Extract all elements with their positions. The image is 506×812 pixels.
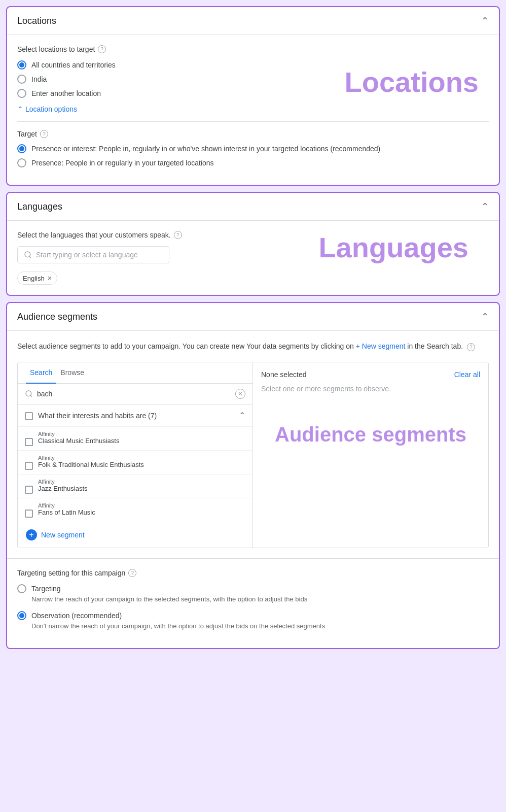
languages-card: Languages ⌃ Languages Select the languag… <box>6 192 500 296</box>
observe-text: Select one or more segments to observe. <box>261 385 480 393</box>
locations-header: Locations ⌃ <box>7 7 499 35</box>
location-option-another[interactable]: Enter another location <box>17 89 489 98</box>
svg-point-2 <box>26 391 31 396</box>
segment-item-folk: Affinity Folk & Traditional Music Enthus… <box>18 451 252 475</box>
targeting-option-targeting: Targeting Narrow the reach of your campa… <box>17 584 489 603</box>
locations-info-icon[interactable]: ? <box>98 45 106 53</box>
language-search-box[interactable] <box>17 246 169 263</box>
segment-checkbox-folk[interactable] <box>25 462 33 470</box>
radio-another-icon <box>17 89 26 98</box>
radio-all-icon <box>17 60 26 70</box>
new-segment-inline-link[interactable]: + New segment <box>356 342 406 350</box>
audience-desc-info-icon[interactable]: ? <box>467 343 475 351</box>
segment-item-jazz: Affinity Jazz Enthusiasts <box>18 475 252 498</box>
targeting-info-icon[interactable]: ? <box>128 569 136 577</box>
audience-tabs: Search Browse <box>18 362 252 384</box>
english-tag: English × <box>17 272 57 285</box>
segment-item-latin: Affinity Fans of Latin Music <box>18 498 252 522</box>
none-selected-label: None selected <box>261 370 307 379</box>
targeting-section: Targeting setting for this campaign ? Ta… <box>7 558 499 648</box>
languages-header: Languages ⌃ <box>7 193 499 221</box>
target-label: Target ? <box>17 130 489 138</box>
targeting-option-observation-header: Observation (recommended) <box>17 611 489 620</box>
languages-collapse-icon[interactable]: ⌃ <box>481 201 489 212</box>
audience-description: Select audience segments to add to your … <box>17 341 489 352</box>
segment-info-folk: Affinity Folk & Traditional Music Enthus… <box>38 455 144 468</box>
segment-info-latin: Affinity Fans of Latin Music <box>38 502 95 516</box>
svg-line-3 <box>30 395 32 397</box>
radio-targeting-icon <box>17 584 26 593</box>
new-segment-button[interactable]: + New segment <box>18 522 252 548</box>
group-collapse-icon[interactable]: ⌃ <box>239 411 245 420</box>
audience-header: Audience segments ⌃ <box>7 303 499 331</box>
locations-divider <box>17 121 489 122</box>
location-option-india[interactable]: India <box>17 75 489 84</box>
audience-grid: Search Browse ✕ What their interests and… <box>17 362 489 548</box>
location-options-link[interactable]: ⌃ Location options <box>17 105 489 113</box>
tab-browse[interactable]: Browse <box>56 362 88 384</box>
targeting-desc: Narrow the reach of your campaign to the… <box>17 595 489 603</box>
english-tag-close[interactable]: × <box>48 274 52 282</box>
languages-title: Languages <box>17 201 62 212</box>
locations-card: Locations ⌃ Locations Select locations t… <box>6 6 500 186</box>
segment-group-header: What their interests and habits are (7) … <box>18 404 252 427</box>
segment-checkbox-classical[interactable] <box>25 438 33 446</box>
audience-body: Select audience segments to add to your … <box>7 331 499 558</box>
radio-presence-interest-icon <box>17 144 26 153</box>
location-option-all[interactable]: All countries and territories <box>17 60 489 70</box>
audience-overlay-label: Audience segments <box>261 423 480 446</box>
audience-search-input[interactable] <box>37 390 231 398</box>
target-option-presence[interactable]: Presence: People in or regularly in your… <box>17 158 489 167</box>
none-selected-header: None selected Clear all <box>261 370 480 379</box>
audience-right-panel: None selected Clear all Select one or mo… <box>253 362 488 548</box>
audience-left-panel: Search Browse ✕ What their interests and… <box>18 362 253 548</box>
radio-presence-icon <box>17 158 26 167</box>
audience-title: Audience segments <box>17 312 97 322</box>
segment-info-jazz: Affinity Jazz Enthusiasts <box>38 479 88 492</box>
targeting-title: Targeting setting for this campaign ? <box>17 569 489 577</box>
chevron-up-small-icon: ⌃ <box>17 105 23 113</box>
languages-section-label: Select the languages that your customers… <box>17 231 489 239</box>
languages-info-icon[interactable]: ? <box>174 231 182 239</box>
segment-info-classical: Affinity Classical Music Enthusiasts <box>38 431 119 445</box>
segment-checkbox-latin[interactable] <box>25 510 33 518</box>
observation-desc: Don't narrow the reach of your campaign,… <box>17 622 489 630</box>
tab-search[interactable]: Search <box>26 362 56 384</box>
radio-india-icon <box>17 75 26 84</box>
radio-observation-icon <box>17 611 26 620</box>
languages-body: Languages Select the languages that your… <box>7 221 499 295</box>
locations-body: Locations Select locations to target ? A… <box>7 35 499 185</box>
segment-checkbox-jazz[interactable] <box>25 486 33 494</box>
svg-line-1 <box>29 256 31 258</box>
audience-search-row: ✕ <box>18 384 252 404</box>
locations-collapse-icon[interactable]: ⌃ <box>481 15 489 26</box>
locations-title: Locations <box>17 16 56 26</box>
language-search-input[interactable] <box>36 251 163 259</box>
target-info-icon[interactable]: ? <box>40 130 48 138</box>
audience-card: Audience segments ⌃ Select audience segm… <box>6 302 500 649</box>
plus-icon: + <box>26 529 37 540</box>
locations-options: All countries and territories India Ente… <box>17 60 489 98</box>
group-checkbox[interactable] <box>25 412 33 420</box>
audience-search-clear-icon[interactable]: ✕ <box>235 389 245 399</box>
targeting-option-observation: Observation (recommended) Don't narrow t… <box>17 611 489 630</box>
targeting-option-targeting-header: Targeting <box>17 584 489 593</box>
segment-item-classical: Affinity Classical Music Enthusiasts <box>18 427 252 451</box>
clear-all-link[interactable]: Clear all <box>454 370 480 379</box>
locations-section-label: Select locations to target ? <box>17 45 489 53</box>
search-icon <box>24 251 32 259</box>
svg-point-0 <box>25 252 30 257</box>
target-options: Presence or interest: People in, regular… <box>17 144 489 167</box>
target-option-presence-interest[interactable]: Presence or interest: People in, regular… <box>17 144 489 153</box>
audience-search-icon <box>25 390 33 398</box>
audience-collapse-icon[interactable]: ⌃ <box>481 311 489 322</box>
